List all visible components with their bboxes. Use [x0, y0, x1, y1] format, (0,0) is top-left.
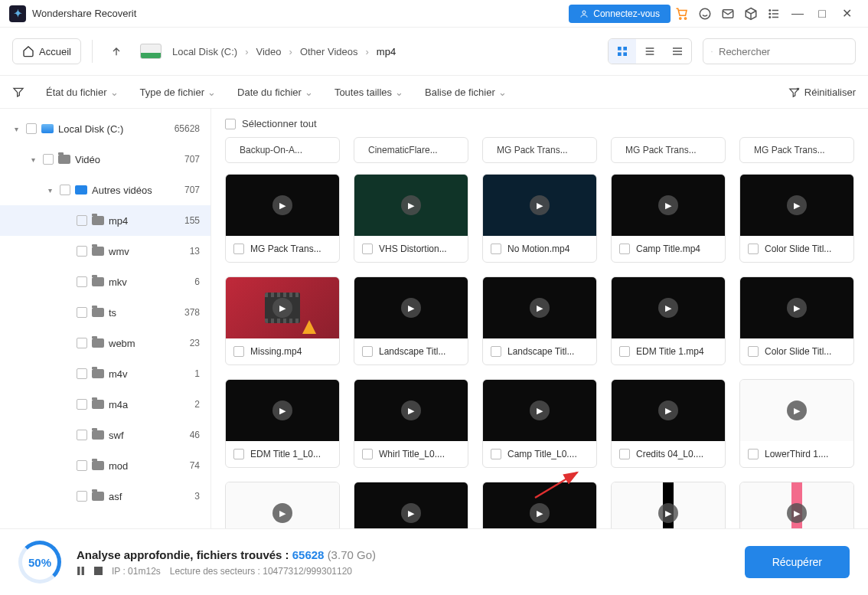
connect-button[interactable]: Connectez-vous	[569, 5, 671, 23]
filter-tag[interactable]: Balise de fichier ⌄	[425, 87, 507, 98]
svg-point-0	[582, 11, 586, 14]
view-details[interactable]	[664, 39, 691, 64]
view-list[interactable]	[636, 39, 664, 64]
tree-item[interactable]: mod74	[0, 450, 210, 481]
file-card[interactable]: ▶Landscape Titl...	[354, 276, 468, 365]
file-card[interactable]: ▶	[225, 482, 340, 528]
file-card[interactable]: ▶Whirl Title_L0....	[354, 379, 468, 468]
search-input[interactable]	[719, 46, 847, 57]
titlebar: ✦ Wondershare Recoverit Connectez-vous —…	[0, 0, 868, 28]
svg-point-1	[680, 17, 681, 18]
svg-rect-14	[623, 52, 627, 56]
tree-item[interactable]: mkv6	[0, 266, 210, 297]
home-button[interactable]: Accueil	[12, 38, 81, 64]
recover-button[interactable]: Récupérer	[745, 546, 850, 578]
file-card[interactable]: ▶	[354, 482, 468, 528]
file-card[interactable]: ▶Camp Title.mp4	[611, 174, 726, 263]
view-grid[interactable]	[609, 39, 636, 64]
app-logo: ✦	[9, 5, 26, 22]
reset-filters[interactable]: Réinitialiser	[788, 87, 856, 98]
filter-date[interactable]: Date du fichier ⌄	[237, 87, 313, 98]
tree-item[interactable]: m4v1	[0, 358, 210, 389]
file-card[interactable]: ▶	[611, 482, 726, 528]
tree-item[interactable]: ▾Vidéo707	[0, 144, 210, 175]
breadcrumb: Local Disk (C:)›Video›Other Videos›mp4	[172, 46, 396, 57]
view-mode-switch	[608, 38, 692, 64]
svg-point-2	[684, 17, 686, 18]
file-card[interactable]: ▶LowerThird 1....	[739, 379, 854, 468]
filter-state[interactable]: État du fichier ⌄	[46, 87, 119, 98]
file-card[interactable]: ▶Color Slide Titl...	[739, 276, 854, 365]
filter-size[interactable]: Toutes tailles ⌄	[334, 87, 403, 98]
svg-point-5	[769, 9, 771, 11]
file-card[interactable]: CinematicFlare...	[354, 137, 468, 163]
breadcrumb-item[interactable]: Other Videos	[300, 46, 358, 57]
file-card[interactable]: ▶	[482, 482, 597, 528]
breadcrumb-item[interactable]: Video	[256, 46, 282, 57]
scan-status-bar: 50% Analyse approfondie, fichiers trouvé…	[0, 528, 868, 595]
filter-icon	[12, 86, 24, 98]
tree-item[interactable]: wmv13	[0, 236, 210, 266]
breadcrumb-item[interactable]: mp4	[377, 46, 396, 57]
file-grid: Sélectionner tout Backup-On-A...Cinemati…	[211, 109, 868, 528]
tree-item[interactable]: webm23	[0, 328, 210, 358]
file-card[interactable]: ▶Color Slide Titl...	[739, 174, 854, 263]
app-name: Wondershare Recoverit	[32, 8, 136, 19]
sector-read: Lecture des secteurs : 10477312/99930112…	[170, 566, 352, 577]
file-card[interactable]: Backup-On-A...	[225, 137, 340, 163]
svg-point-9	[769, 16, 771, 18]
tree-item[interactable]: asf3	[0, 481, 210, 512]
svg-rect-28	[94, 567, 103, 575]
file-card[interactable]: MG Pack Trans...	[739, 137, 854, 163]
svg-rect-11	[618, 47, 622, 51]
file-card[interactable]: ▶MG Pack Trans...	[225, 174, 340, 263]
filter-bar: État du fichier ⌄ Type de fichier ⌄ Date…	[0, 75, 868, 109]
cube-icon[interactable]	[739, 5, 762, 23]
svg-point-3	[700, 8, 710, 19]
file-card[interactable]: ▶Credits 04_L0....	[611, 379, 726, 468]
svg-point-21	[711, 51, 712, 51]
select-all[interactable]: Sélectionner tout	[225, 118, 854, 129]
drive-icon	[140, 44, 162, 59]
svg-rect-26	[77, 567, 80, 575]
list-icon[interactable]	[762, 5, 785, 23]
svg-point-7	[769, 13, 771, 15]
tree-item[interactable]: ▾Autres vidéos707	[0, 175, 210, 205]
ip-time: IP : 01m12s	[112, 566, 161, 577]
file-card[interactable]: MG Pack Trans...	[611, 137, 726, 163]
tree-item[interactable]: m4a2	[0, 389, 210, 420]
scan-headline: Analyse approfondie, fichiers trouvés : …	[77, 548, 376, 561]
file-card[interactable]: ▶Camp Title_L0....	[482, 379, 597, 468]
filter-type[interactable]: Type de fichier ⌄	[140, 87, 217, 98]
file-card[interactable]: ▶	[739, 482, 854, 528]
svg-rect-13	[618, 52, 622, 56]
tree-item[interactable]: swf46	[0, 420, 210, 450]
file-card[interactable]: ▶Missing.mp4	[225, 276, 340, 365]
file-card[interactable]: ▶Landscape Titl...	[482, 276, 597, 365]
pause-button[interactable]	[77, 567, 85, 575]
tree-item[interactable]: ▾Local Disk (C:)65628	[0, 113, 210, 144]
tree-item[interactable]: ts378	[0, 297, 210, 328]
search-box[interactable]	[703, 38, 856, 64]
tree-item[interactable]: mp4155	[0, 205, 210, 236]
minimize-button[interactable]: —	[785, 7, 810, 21]
close-button[interactable]: ✕	[834, 6, 859, 21]
toolbar: Accueil Local Disk (C:)›Video›Other Vide…	[0, 28, 868, 75]
svg-rect-27	[82, 567, 84, 575]
file-card[interactable]: MG Pack Trans...	[482, 137, 597, 163]
maximize-button[interactable]: □	[810, 7, 834, 21]
svg-rect-12	[623, 47, 627, 51]
file-card[interactable]: ▶EDM Title 1.mp4	[611, 276, 726, 365]
up-button[interactable]	[103, 38, 129, 64]
progress-ring: 50%	[18, 541, 61, 584]
mail-icon[interactable]	[716, 5, 739, 23]
sidebar-tree: ▾Local Disk (C:)65628▾Vidéo707▾Autres vi…	[0, 109, 211, 528]
cart-icon[interactable]	[671, 5, 693, 23]
support-icon[interactable]	[693, 5, 716, 23]
file-card[interactable]: ▶VHS Distortion...	[354, 174, 468, 263]
breadcrumb-item[interactable]: Local Disk (C:)	[172, 46, 237, 57]
file-card[interactable]: ▶EDM Title 1_L0...	[225, 379, 340, 468]
file-card[interactable]: ▶No Motion.mp4	[482, 174, 597, 263]
stop-button[interactable]	[94, 567, 103, 575]
